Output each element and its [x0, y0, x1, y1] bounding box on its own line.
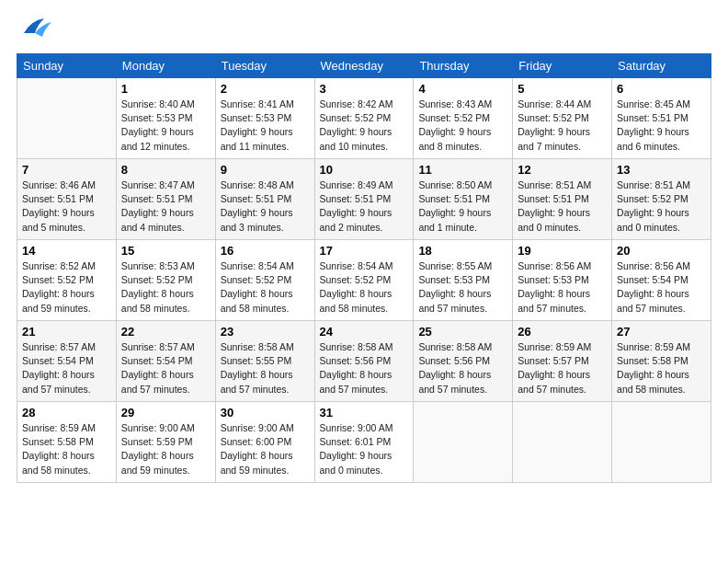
- day-info: Sunrise: 8:50 AMSunset: 5:51 PMDaylight:…: [418, 178, 507, 235]
- day-info: Sunrise: 8:48 AMSunset: 5:51 PMDaylight:…: [221, 178, 310, 235]
- day-info: Sunrise: 8:43 AMSunset: 5:52 PMDaylight:…: [418, 98, 507, 154]
- day-info: Sunrise: 9:00 AMSunset: 5:59 PMDaylight:…: [121, 421, 210, 477]
- day-number: 4: [418, 82, 507, 96]
- day-number: 19: [518, 244, 607, 258]
- calendar-day-cell: 16Sunrise: 8:54 AMSunset: 5:52 PMDayligh…: [215, 240, 314, 321]
- calendar-day-cell: 25Sunrise: 8:58 AMSunset: 5:56 PMDayligh…: [414, 321, 513, 402]
- calendar-day-cell: 27Sunrise: 8:59 AMSunset: 5:58 PMDayligh…: [612, 321, 711, 402]
- day-info: Sunrise: 8:41 AMSunset: 5:53 PMDaylight:…: [221, 98, 310, 154]
- day-of-week-header: Thursday: [414, 54, 513, 78]
- day-info: Sunrise: 9:00 AMSunset: 6:00 PMDaylight:…: [221, 421, 310, 477]
- calendar-day-cell: 24Sunrise: 8:58 AMSunset: 5:56 PMDayligh…: [314, 321, 414, 402]
- calendar-day-cell: 31Sunrise: 9:00 AMSunset: 6:01 PMDayligh…: [314, 402, 414, 483]
- day-info: Sunrise: 8:46 AMSunset: 5:51 PMDaylight:…: [22, 178, 111, 235]
- calendar-day-cell: 9Sunrise: 8:48 AMSunset: 5:51 PMDaylight…: [215, 159, 314, 240]
- logo: [17, 17, 53, 44]
- day-number: 3: [320, 82, 409, 96]
- day-number: 13: [617, 163, 706, 177]
- day-number: 17: [320, 244, 409, 258]
- calendar-day-cell: 15Sunrise: 8:53 AMSunset: 5:52 PMDayligh…: [116, 240, 215, 321]
- day-info: Sunrise: 8:57 AMSunset: 5:54 PMDaylight:…: [121, 340, 210, 396]
- day-info: Sunrise: 8:58 AMSunset: 5:55 PMDaylight:…: [221, 340, 310, 396]
- day-info: Sunrise: 8:56 AMSunset: 5:53 PMDaylight:…: [518, 259, 607, 316]
- day-number: 24: [320, 325, 409, 339]
- calendar-day-cell: 8Sunrise: 8:47 AMSunset: 5:51 PMDaylight…: [116, 159, 215, 240]
- day-info: Sunrise: 8:54 AMSunset: 5:52 PMDaylight:…: [320, 259, 409, 316]
- day-info: Sunrise: 8:55 AMSunset: 5:53 PMDaylight:…: [418, 259, 507, 316]
- day-of-week-header: Friday: [513, 54, 612, 78]
- calendar-day-cell: 23Sunrise: 8:58 AMSunset: 5:55 PMDayligh…: [215, 321, 314, 402]
- header: [17, 17, 711, 44]
- calendar-day-cell: 18Sunrise: 8:55 AMSunset: 5:53 PMDayligh…: [414, 240, 513, 321]
- day-info: Sunrise: 8:59 AMSunset: 5:57 PMDaylight:…: [518, 340, 607, 396]
- page-container: SundayMondayTuesdayWednesdayThursdayFrid…: [0, 0, 728, 492]
- calendar-day-cell: 3Sunrise: 8:42 AMSunset: 5:52 PMDaylight…: [314, 78, 414, 159]
- calendar-week-row: 28Sunrise: 8:59 AMSunset: 5:58 PMDayligh…: [17, 402, 711, 483]
- calendar-day-cell: [612, 402, 711, 483]
- day-info: Sunrise: 8:52 AMSunset: 5:52 PMDaylight:…: [22, 259, 111, 316]
- day-info: Sunrise: 8:58 AMSunset: 5:56 PMDaylight:…: [418, 340, 507, 396]
- calendar-day-cell: 5Sunrise: 8:44 AMSunset: 5:52 PMDaylight…: [513, 78, 612, 159]
- days-of-week-header: SundayMondayTuesdayWednesdayThursdayFrid…: [17, 54, 711, 78]
- day-info: Sunrise: 8:54 AMSunset: 5:52 PMDaylight:…: [221, 259, 310, 316]
- calendar-week-row: 21Sunrise: 8:57 AMSunset: 5:54 PMDayligh…: [17, 321, 711, 402]
- day-number: 11: [418, 163, 507, 177]
- calendar-day-cell: 29Sunrise: 9:00 AMSunset: 5:59 PMDayligh…: [116, 402, 215, 483]
- day-number: 1: [121, 82, 210, 96]
- day-info: Sunrise: 8:53 AMSunset: 5:52 PMDaylight:…: [121, 259, 210, 316]
- day-info: Sunrise: 9:00 AMSunset: 6:01 PMDaylight:…: [320, 421, 409, 477]
- day-number: 23: [221, 325, 310, 339]
- day-number: 22: [121, 325, 210, 339]
- calendar-day-cell: [513, 402, 612, 483]
- day-of-week-header: Sunday: [17, 54, 117, 78]
- day-number: 16: [221, 244, 310, 258]
- calendar-day-cell: 2Sunrise: 8:41 AMSunset: 5:53 PMDaylight…: [215, 78, 314, 159]
- calendar-day-cell: 22Sunrise: 8:57 AMSunset: 5:54 PMDayligh…: [116, 321, 215, 402]
- day-of-week-header: Monday: [116, 54, 215, 78]
- day-info: Sunrise: 8:59 AMSunset: 5:58 PMDaylight:…: [22, 421, 111, 477]
- calendar-body: 1Sunrise: 8:40 AMSunset: 5:53 PMDaylight…: [17, 78, 711, 483]
- day-number: 5: [518, 82, 607, 96]
- calendar-day-cell: 6Sunrise: 8:45 AMSunset: 5:51 PMDaylight…: [612, 78, 711, 159]
- day-number: 21: [22, 325, 111, 339]
- day-info: Sunrise: 8:51 AMSunset: 5:51 PMDaylight:…: [518, 178, 607, 235]
- calendar-day-cell: 4Sunrise: 8:43 AMSunset: 5:52 PMDaylight…: [414, 78, 513, 159]
- day-info: Sunrise: 8:58 AMSunset: 5:56 PMDaylight:…: [320, 340, 409, 396]
- day-of-week-header: Tuesday: [215, 54, 314, 78]
- day-info: Sunrise: 8:56 AMSunset: 5:54 PMDaylight:…: [617, 259, 706, 316]
- day-number: 20: [617, 244, 706, 258]
- day-info: Sunrise: 8:45 AMSunset: 5:51 PMDaylight:…: [617, 98, 706, 154]
- day-of-week-header: Saturday: [612, 54, 711, 78]
- day-number: 29: [121, 406, 210, 419]
- day-number: 12: [518, 163, 607, 177]
- day-number: 15: [121, 244, 210, 258]
- day-number: 18: [418, 244, 507, 258]
- calendar-day-cell: 21Sunrise: 8:57 AMSunset: 5:54 PMDayligh…: [17, 321, 117, 402]
- calendar-day-cell: 12Sunrise: 8:51 AMSunset: 5:51 PMDayligh…: [513, 159, 612, 240]
- calendar-day-cell: 30Sunrise: 9:00 AMSunset: 6:00 PMDayligh…: [215, 402, 314, 483]
- day-number: 14: [22, 244, 111, 258]
- calendar-day-cell: 14Sunrise: 8:52 AMSunset: 5:52 PMDayligh…: [17, 240, 117, 321]
- day-number: 7: [22, 163, 111, 177]
- calendar-day-cell: 19Sunrise: 8:56 AMSunset: 5:53 PMDayligh…: [513, 240, 612, 321]
- calendar-day-cell: 17Sunrise: 8:54 AMSunset: 5:52 PMDayligh…: [314, 240, 414, 321]
- day-info: Sunrise: 8:49 AMSunset: 5:51 PMDaylight:…: [320, 178, 409, 235]
- day-number: 28: [22, 406, 111, 419]
- calendar-week-row: 7Sunrise: 8:46 AMSunset: 5:51 PMDaylight…: [17, 159, 711, 240]
- calendar-day-cell: 10Sunrise: 8:49 AMSunset: 5:51 PMDayligh…: [314, 159, 414, 240]
- day-info: Sunrise: 8:59 AMSunset: 5:58 PMDaylight:…: [617, 340, 706, 396]
- day-info: Sunrise: 8:57 AMSunset: 5:54 PMDaylight:…: [22, 340, 111, 396]
- day-number: 9: [221, 163, 310, 177]
- calendar-day-cell: 1Sunrise: 8:40 AMSunset: 5:53 PMDaylight…: [116, 78, 215, 159]
- calendar-day-cell: 11Sunrise: 8:50 AMSunset: 5:51 PMDayligh…: [414, 159, 513, 240]
- calendar-day-cell: [17, 78, 117, 159]
- day-info: Sunrise: 8:47 AMSunset: 5:51 PMDaylight:…: [121, 178, 210, 235]
- day-number: 2: [221, 82, 310, 96]
- calendar-week-row: 1Sunrise: 8:40 AMSunset: 5:53 PMDaylight…: [17, 78, 711, 159]
- day-number: 31: [320, 406, 409, 419]
- day-of-week-header: Wednesday: [314, 54, 414, 78]
- logo-bird-icon: [17, 17, 51, 44]
- calendar-week-row: 14Sunrise: 8:52 AMSunset: 5:52 PMDayligh…: [17, 240, 711, 321]
- calendar-day-cell: 13Sunrise: 8:51 AMSunset: 5:52 PMDayligh…: [612, 159, 711, 240]
- day-info: Sunrise: 8:51 AMSunset: 5:52 PMDaylight:…: [617, 178, 706, 235]
